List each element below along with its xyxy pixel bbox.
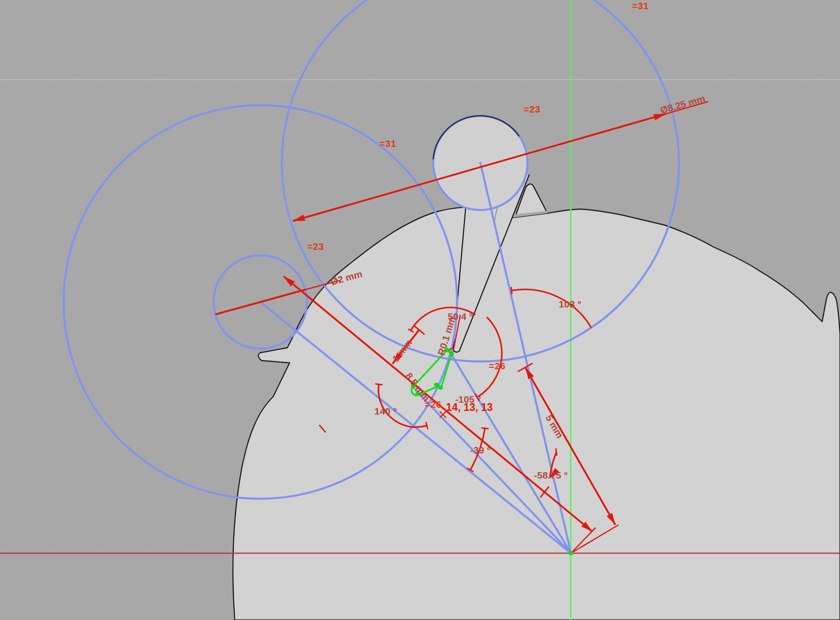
dimension-label-ang-m39[interactable]: -39 ° (470, 445, 491, 455)
sketch-vertex[interactable] (434, 383, 439, 387)
dimension-label-ang-140[interactable]: 140 ° (374, 406, 397, 416)
constraint-label-eq31-top[interactable]: =31 (632, 1, 649, 11)
sketch-vertex[interactable] (449, 351, 454, 356)
constraint-label-eq23-left[interactable]: =23 (307, 242, 324, 252)
sketch-vertex[interactable] (438, 385, 443, 390)
constraint-label-eq31-mid[interactable]: =31 (380, 139, 397, 149)
dimension-label-ang-m5875[interactable]: -58.75 ° (534, 470, 568, 480)
warning-label-constraint-ids[interactable]: 14, 13, 13 (446, 401, 493, 413)
constraint-label-eq23-top[interactable]: =23 (524, 104, 541, 114)
origin-point[interactable] (569, 551, 573, 555)
constraint-label-eq26-left[interactable]: =26 (425, 399, 442, 410)
sketch-viewport[interactable]: =31=23Ø8.25 mm=31=23Ø2 mm103 °50.4 °R0.1… (0, 0, 840, 620)
constraint-label-eq26-right[interactable]: =26 (489, 361, 506, 371)
dimension-label-ang-103[interactable]: 103 ° (559, 299, 581, 309)
